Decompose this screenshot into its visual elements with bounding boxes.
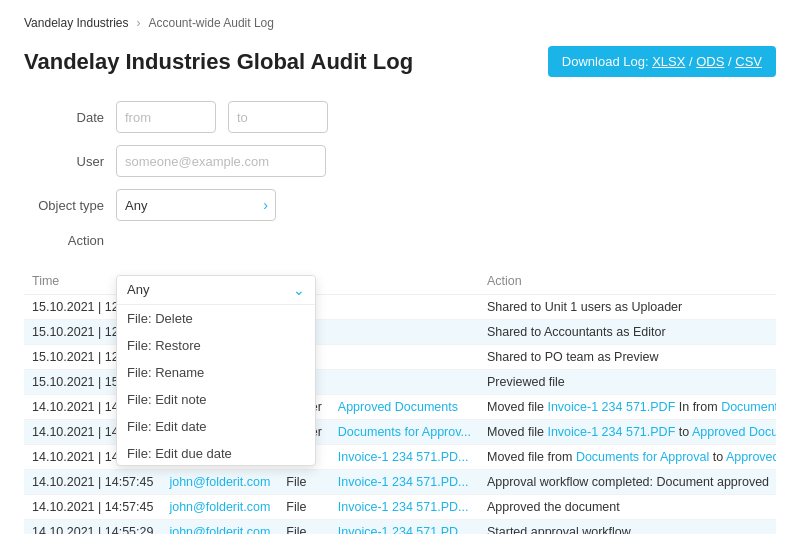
action-dropdown-list: File: DeleteFile: RestoreFile: RenameFil… bbox=[117, 305, 315, 465]
date-from-input[interactable] bbox=[116, 101, 216, 133]
download-csv[interactable]: CSV bbox=[735, 54, 762, 69]
download-log-button[interactable]: Download Log: XLSX / ODS / CSV bbox=[548, 46, 776, 77]
cell-action: Approved the document bbox=[479, 495, 776, 520]
cell-user[interactable]: john@folderit.com bbox=[161, 470, 278, 495]
action-label: Action bbox=[24, 233, 104, 248]
dropdown-item[interactable]: File: Edit due date bbox=[117, 440, 315, 465]
cell-action: Shared to Accountants as Editor bbox=[479, 320, 776, 345]
cell-user[interactable]: john@folderit.com bbox=[161, 520, 278, 535]
cell-object[interactable]: Invoice-1 234 571.PD... bbox=[330, 520, 479, 535]
cell-action: Shared to Unit 1 users as Uploader bbox=[479, 295, 776, 320]
table-row: 14.10.2021 | 14:55:29john@folderit.comFi… bbox=[24, 520, 776, 535]
cell-action: Started approval workflow bbox=[479, 520, 776, 535]
cell-type: File bbox=[278, 470, 329, 495]
dropdown-item[interactable]: File: Edit note bbox=[117, 386, 315, 413]
dropdown-item[interactable]: File: Rename bbox=[117, 359, 315, 386]
cell-object[interactable]: Invoice-1 234 571.PD... bbox=[330, 495, 479, 520]
cell-time: 14.10.2021 | 14:57:45 bbox=[24, 470, 161, 495]
user-label: User bbox=[24, 154, 104, 169]
object-type-label: Object type bbox=[24, 198, 104, 213]
cell-object[interactable] bbox=[330, 320, 479, 345]
cell-object[interactable]: Invoice-1 234 571.PD... bbox=[330, 470, 479, 495]
cell-object[interactable]: Documents for Approv... bbox=[330, 420, 479, 445]
table-row: 14.10.2021 | 14:57:45john@folderit.comFi… bbox=[24, 495, 776, 520]
download-sep1: / bbox=[685, 54, 696, 69]
cell-action: Previewed file bbox=[479, 370, 776, 395]
page-title: Vandelay Industries Global Audit Log bbox=[24, 49, 413, 75]
download-ods[interactable]: ODS bbox=[696, 54, 724, 69]
cell-time: 14.10.2021 | 14:57:45 bbox=[24, 495, 161, 520]
cell-type: File bbox=[278, 520, 329, 535]
cell-object[interactable]: Invoice-1 234 571.PD... bbox=[330, 445, 479, 470]
cell-type: File bbox=[278, 495, 329, 520]
cell-action: Shared to PO team as Preview bbox=[479, 345, 776, 370]
cell-object[interactable] bbox=[330, 345, 479, 370]
col-object-header bbox=[330, 268, 479, 295]
date-to-input[interactable] bbox=[228, 101, 328, 133]
breadcrumb-page: Account-wide Audit Log bbox=[149, 16, 274, 30]
date-label: Date bbox=[24, 110, 104, 125]
user-input[interactable] bbox=[116, 145, 326, 177]
col-action-header: Action bbox=[479, 268, 776, 295]
dropdown-item[interactable]: File: Edit date bbox=[117, 413, 315, 440]
dropdown-item[interactable]: File: Restore bbox=[117, 332, 315, 359]
action-dropdown-header[interactable]: Any ⌄ bbox=[117, 276, 315, 305]
breadcrumb: Vandelay Industries › Account-wide Audit… bbox=[24, 16, 776, 30]
cell-object[interactable]: Approved Documents bbox=[330, 395, 479, 420]
dropdown-item[interactable]: File: Delete bbox=[117, 305, 315, 332]
cell-time: 14.10.2021 | 14:55:29 bbox=[24, 520, 161, 535]
download-label: Download Log: bbox=[562, 54, 652, 69]
action-dropdown: Any ⌄ File: DeleteFile: RestoreFile: Ren… bbox=[116, 275, 316, 466]
chevron-down-icon: ⌄ bbox=[293, 282, 305, 298]
cell-action: Moved file Invoice-1 234 571.PDF In from… bbox=[479, 395, 776, 420]
action-selected-value: Any bbox=[127, 282, 149, 297]
table-row: 14.10.2021 | 14:57:45john@folderit.comFi… bbox=[24, 470, 776, 495]
breadcrumb-company[interactable]: Vandelay Industries bbox=[24, 16, 129, 30]
cell-object[interactable] bbox=[330, 370, 479, 395]
download-xlsx[interactable]: XLSX bbox=[652, 54, 685, 69]
download-sep2: / bbox=[724, 54, 735, 69]
cell-action: Moved file Invoice-1 234 571.PDF to Appr… bbox=[479, 420, 776, 445]
object-type-select[interactable]: Any File Folder bbox=[116, 189, 276, 221]
cell-user[interactable]: john@folderit.com bbox=[161, 495, 278, 520]
cell-action: Approval workflow completed: Document ap… bbox=[479, 470, 776, 495]
cell-action: Moved file from Documents for Approval t… bbox=[479, 445, 776, 470]
cell-object[interactable] bbox=[330, 295, 479, 320]
breadcrumb-sep: › bbox=[137, 16, 141, 30]
